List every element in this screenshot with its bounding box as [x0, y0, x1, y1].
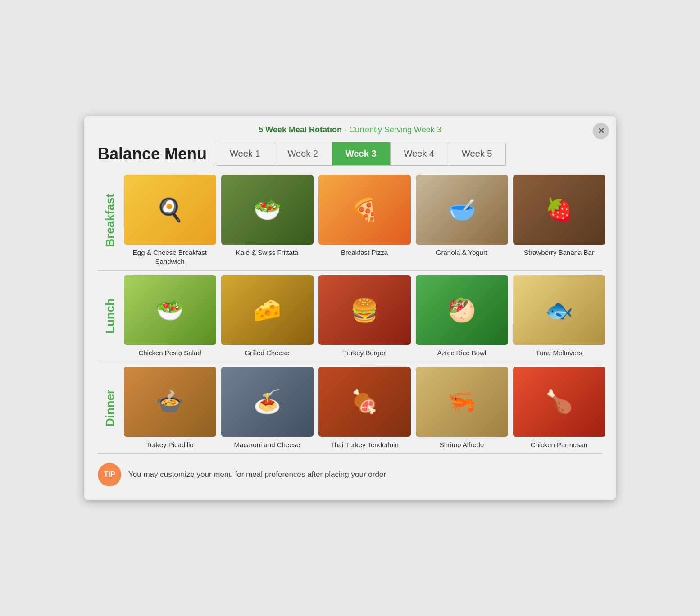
meal-card[interactable]: 🍳 Egg & Cheese Breakfast Sandwich — [123, 175, 217, 266]
meal-card[interactable]: 🐟 Tuna Meltovers — [512, 275, 606, 358]
meal-name: Kale & Swiss Frittata — [236, 248, 298, 257]
meal-image: 🥗 — [124, 275, 216, 345]
meal-image: 🧀 — [221, 275, 314, 345]
meal-image: 🥙 — [416, 275, 508, 345]
meal-image: 🥣 — [416, 175, 508, 245]
meal-image: 🍔 — [318, 275, 411, 345]
meal-image: 🍳 — [124, 175, 216, 245]
meal-image: 🦐 — [416, 367, 508, 437]
tab-week2[interactable]: Week 2 — [274, 142, 332, 165]
meal-card[interactable]: 🍕 Breakfast Pizza — [317, 175, 412, 266]
breakfast-label: Breakfast — [103, 194, 117, 247]
meal-card[interactable]: 🥗 Chicken Pesto Salad — [123, 275, 217, 358]
meal-image: 🍕 — [318, 175, 411, 245]
meal-image: 🍗 — [513, 367, 605, 437]
meal-rotation-modal: ✕ 5 Week Meal Rotation - Currently Servi… — [84, 116, 616, 500]
meal-image: 🍝 — [221, 367, 314, 437]
meal-card[interactable]: 🍔 Turkey Burger — [317, 275, 412, 358]
page-title: Balance Menu — [98, 145, 207, 163]
meal-card[interactable]: 🍓 Strawberry Banana Bar — [512, 175, 606, 266]
lunch-grid: 🥗 Chicken Pesto Salad 🧀 Grilled Cheese 🍔… — [123, 275, 606, 358]
meal-image: 🍲 — [124, 367, 216, 437]
meal-name: Strawberry Banana Bar — [524, 248, 594, 257]
meal-card[interactable]: 🍲 Turkey Picadillo — [123, 367, 217, 449]
tab-week3[interactable]: Week 3 — [332, 142, 391, 165]
meal-card[interactable]: 🧀 Grilled Cheese — [220, 275, 314, 358]
dinner-section: Dinner 🍲 Turkey Picadillo 🍝 Macaroni and… — [98, 367, 602, 454]
rotation-label: 5 Week Meal Rotation — [259, 125, 342, 134]
lunch-section: Lunch 🥗 Chicken Pesto Salad 🧀 Grilled Ch… — [98, 275, 602, 362]
meal-card[interactable]: 🥗 Kale & Swiss Frittata — [220, 175, 314, 266]
meal-card[interactable]: 🥙 Aztec Rice Bowl — [414, 275, 509, 358]
meal-name: Aztec Rice Bowl — [437, 349, 486, 358]
tab-week4[interactable]: Week 4 — [391, 142, 448, 165]
meal-name: Egg & Cheese Breakfast Sandwich — [123, 248, 217, 266]
dinner-label: Dinner — [103, 390, 117, 426]
rotation-header: 5 Week Meal Rotation - Currently Serving… — [98, 125, 602, 135]
meal-name: Chicken Pesto Salad — [138, 349, 201, 358]
meal-name: Macaroni and Cheese — [234, 440, 300, 449]
dinner-label-wrapper: Dinner — [98, 367, 123, 449]
lunch-label: Lunch — [103, 299, 117, 334]
breakfast-section: Breakfast 🍳 Egg & Cheese Breakfast Sandw… — [98, 175, 602, 271]
dinner-grid: 🍲 Turkey Picadillo 🍝 Macaroni and Cheese… — [123, 367, 606, 449]
close-button[interactable]: ✕ — [593, 123, 609, 139]
meal-card[interactable]: 🍖 Thai Turkey Tenderloin — [317, 367, 412, 449]
meal-name: Turkey Burger — [343, 349, 386, 358]
meal-image: 🍓 — [513, 175, 605, 245]
header-row: Balance Menu Week 1 Week 2 Week 3 Week 4… — [98, 142, 602, 166]
lunch-label-wrapper: Lunch — [98, 275, 123, 358]
tab-week5[interactable]: Week 5 — [448, 142, 505, 165]
breakfast-grid: 🍳 Egg & Cheese Breakfast Sandwich 🥗 Kale… — [123, 175, 606, 266]
tab-week1[interactable]: Week 1 — [216, 142, 274, 165]
meal-name: Shrimp Alfredo — [440, 440, 484, 449]
meal-name: Turkey Picadillo — [146, 440, 193, 449]
meal-name: Breakfast Pizza — [341, 248, 388, 257]
meal-image: 🥗 — [221, 175, 314, 245]
breakfast-label-wrapper: Breakfast — [98, 175, 123, 266]
serving-label: - Currently Serving Week 3 — [344, 125, 441, 134]
meal-name: Grilled Cheese — [245, 349, 289, 358]
meal-card[interactable]: 🥣 Granola & Yogurt — [414, 175, 509, 266]
tip-badge: TIP — [98, 463, 121, 486]
meal-card[interactable]: 🦐 Shrimp Alfredo — [414, 367, 509, 449]
tip-text: You may customize your menu for meal pre… — [128, 470, 386, 479]
meal-name: Chicken Parmesan — [531, 440, 588, 449]
meal-card[interactable]: 🍗 Chicken Parmesan — [512, 367, 606, 449]
meal-card[interactable]: 🍝 Macaroni and Cheese — [220, 367, 314, 449]
meal-name: Tuna Meltovers — [536, 349, 582, 358]
meal-image: 🐟 — [513, 275, 605, 345]
tip-row: TIP You may customize your menu for meal… — [98, 463, 602, 486]
meal-image: 🍖 — [318, 367, 411, 437]
meal-name: Granola & Yogurt — [436, 248, 487, 257]
meal-name: Thai Turkey Tenderloin — [330, 440, 398, 449]
week-tabs: Week 1 Week 2 Week 3 Week 4 Week 5 — [216, 142, 506, 166]
